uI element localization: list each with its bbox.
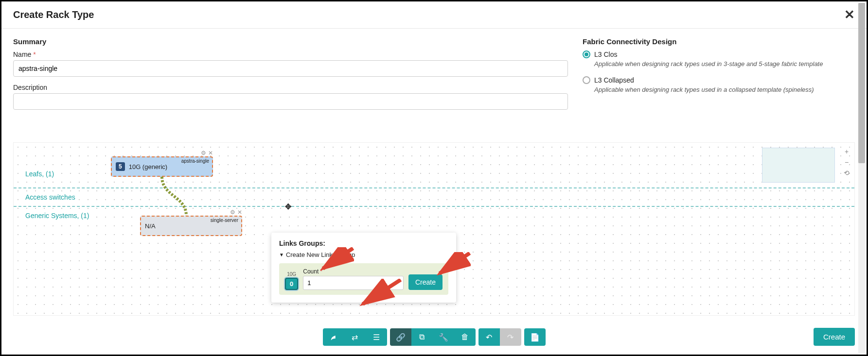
undo-icon[interactable]: ↶ [478, 328, 500, 346]
link-line [159, 177, 189, 216]
swap-icon[interactable]: ⇄ [344, 328, 366, 346]
gs-node-title: single-server [211, 218, 238, 223]
links-groups-popup: Links Groups: ▼ Create New Links Group 1… [271, 233, 456, 303]
topology-canvas[interactable]: Leafs, (1) Access switches Generic Syste… [13, 142, 855, 316]
create-new-links-group-toggle[interactable]: ▼ Create New Links Group [279, 251, 448, 258]
count-input[interactable] [303, 276, 404, 290]
canvas-toolbar: ⇄ ☰ 🔗 ⧉ 🔧 🗑 ↶ ↷ 📄 [323, 328, 546, 346]
popup-title: Links Groups: [279, 239, 448, 247]
close-icon[interactable]: ✕ [208, 150, 213, 156]
gear-icon[interactable]: ⚙ [230, 209, 235, 216]
document-icon[interactable]: 📄 [524, 328, 546, 346]
count-label: Count * [303, 268, 404, 275]
radio-icon [583, 76, 590, 84]
list-icon[interactable]: ☰ [366, 328, 387, 346]
scrollbar[interactable] [858, 3, 865, 353]
gear-icon[interactable]: ⚙ [201, 150, 206, 156]
radio-desc-l3clos: Applicable when designing rack types use… [594, 60, 855, 68]
layer-leafs-label: Leafs, (1) [23, 170, 56, 178]
name-input[interactable] [13, 60, 568, 77]
scrollbar-thumb[interactable] [858, 3, 865, 163]
popup-section-label: Create New Links Group [286, 251, 355, 258]
radio-label-l3collapsed: L3 Collapsed [594, 76, 634, 84]
leaf-node[interactable]: ⚙ ✕ apstra-single 5 10G (generic) [111, 156, 213, 177]
link-icon[interactable]: 🔗 [390, 328, 411, 346]
radio-l3-clos[interactable]: L3 Clos [583, 51, 855, 58]
description-label: Description [13, 84, 568, 91]
radio-l3-collapsed[interactable]: L3 Collapsed [583, 76, 855, 84]
gs-node-subtitle: N/A [145, 222, 156, 230]
leaf-count-badge: 5 [116, 162, 125, 171]
zoom-out-icon[interactable]: − [844, 158, 850, 166]
close-icon[interactable]: ✕ [237, 209, 242, 216]
speed-value: 0 [285, 278, 298, 290]
wrench-icon[interactable]: 🔧 [433, 328, 454, 346]
modal-title: Create Rack Type [13, 9, 94, 20]
description-input[interactable] [13, 93, 568, 110]
fabric-heading: Fabric Connectivity Design [583, 37, 855, 46]
summary-heading: Summary [13, 37, 568, 46]
zoom-in-icon[interactable]: + [844, 148, 850, 155]
zoom-reset-icon[interactable]: ⟲ [844, 169, 850, 177]
add-node-handle[interactable]: ✥ [285, 202, 291, 211]
create-button[interactable]: Create [814, 328, 855, 346]
speed-chip[interactable]: 10G 0 [285, 271, 298, 290]
radio-icon [583, 51, 590, 58]
leaf-node-title: apstra-single [181, 158, 209, 164]
layer-access-label: Access switches [23, 193, 77, 201]
radio-label-l3clos: L3 Clos [594, 51, 617, 58]
close-icon[interactable]: ✕ [844, 7, 855, 22]
generic-system-node[interactable]: ⚙ ✕ single-server N/A [140, 216, 242, 236]
leaf-icon[interactable] [323, 328, 344, 346]
speed-label: 10G [287, 271, 296, 277]
popup-create-button[interactable]: Create [408, 274, 443, 290]
minimap[interactable] [762, 148, 835, 183]
redo-icon: ↷ [500, 328, 521, 346]
name-label: Name * [13, 51, 568, 58]
copy-icon[interactable]: ⧉ [411, 328, 433, 346]
trash-icon[interactable]: 🗑 [454, 328, 476, 346]
radio-desc-l3collapsed: Applicable when designing rack types use… [594, 86, 855, 93]
chevron-down-icon: ▼ [279, 252, 284, 257]
leaf-node-subtitle: 10G (generic) [129, 163, 167, 170]
layer-generic-label: Generic Systems, (1) [23, 212, 91, 220]
